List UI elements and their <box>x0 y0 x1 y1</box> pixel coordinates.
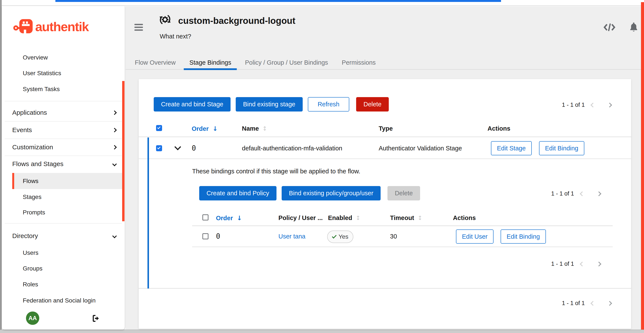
authentik-wordmark: authentik <box>35 19 89 34</box>
sidebar-item-federation[interactable]: Federation and Social login <box>23 293 125 308</box>
sidebar-item-overview[interactable]: Overview <box>23 50 125 66</box>
next-page-icon[interactable] <box>596 261 602 266</box>
selected-row-indicator <box>148 138 149 288</box>
notifications-bell-icon[interactable] <box>629 22 638 33</box>
stage-table-row: 0 default-authentication-mfa-validation … <box>139 138 631 159</box>
sidebar-item-roles[interactable]: Roles <box>23 276 125 292</box>
previous-page-icon[interactable] <box>590 103 596 107</box>
bindings-description: These bindings control if this stage wil… <box>192 168 360 175</box>
sidebar-item-directory[interactable]: Directory <box>12 228 125 244</box>
browser-progress-bar <box>56 0 501 2</box>
refresh-button[interactable]: Refresh <box>308 97 350 112</box>
sort-icon[interactable]: ↕ <box>418 215 422 221</box>
page-subtitle: What next? <box>160 33 191 40</box>
binding-toolbar: Create and bind Policy Bind existing pol… <box>199 186 420 200</box>
previous-page-icon[interactable] <box>590 301 596 306</box>
table-bottom-border <box>139 288 631 288</box>
window-right-edge <box>641 2 644 329</box>
collapse-row-icon[interactable] <box>174 144 181 150</box>
edit-stage-button[interactable]: Edit Stage <box>491 141 532 155</box>
tab-bar: Flow Overview Stage Bindings Policy / Gr… <box>126 56 641 70</box>
authentik-logo-icon <box>13 19 33 35</box>
previous-page-icon[interactable] <box>580 191 585 196</box>
sidebar-item-groups[interactable]: Groups <box>23 261 125 276</box>
create-and-bind-policy-button[interactable]: Create and bind Policy <box>199 186 276 200</box>
row-checkbox[interactable] <box>202 233 208 239</box>
previous-page-icon[interactable] <box>580 261 585 266</box>
column-header-order[interactable]: Order↓ <box>192 125 218 132</box>
select-all-checkbox[interactable] <box>156 125 162 131</box>
api-code-icon[interactable] <box>603 22 616 32</box>
next-page-icon[interactable] <box>607 301 612 306</box>
enabled-badge: Yes <box>327 230 353 243</box>
column-header-type: Type <box>379 125 393 132</box>
binding-table-row: 0 User tana Yes 30 Edit User Edit Bindin… <box>139 226 631 247</box>
stage-pagination: 1 - 1 of 1 <box>562 102 611 108</box>
sidebar-divider <box>5 223 122 224</box>
bind-existing-policy-button[interactable]: Bind existing policy/group/user <box>282 186 380 200</box>
bind-existing-stage-button[interactable]: Bind existing stage <box>236 97 302 112</box>
row-checkbox[interactable] <box>156 145 162 151</box>
sort-icon[interactable]: ↕ <box>262 125 267 132</box>
tab-permissions[interactable]: Permissions <box>336 56 381 70</box>
sidebar-item-flows-and-stages[interactable]: Flows and Stages <box>12 156 125 172</box>
window-top-strip <box>0 0 644 6</box>
column-header-order[interactable]: Order↓ <box>216 214 242 222</box>
policy-user-link[interactable]: User tana <box>278 233 306 240</box>
sidebar-item-system-tasks[interactable]: System Tasks <box>23 81 125 97</box>
chevron-down-icon <box>112 233 117 238</box>
stage-toolbar: Create and bind Stage Bind existing stag… <box>154 97 389 112</box>
pagination-label: 1 - 1 of 1 <box>562 102 585 108</box>
edit-binding-button[interactable]: Edit Binding <box>539 141 584 155</box>
hamburger-menu-icon[interactable] <box>134 24 143 31</box>
screen: authentik Overview User Statistics Syste… <box>0 0 644 333</box>
sort-icon[interactable]: ↕ <box>356 215 361 221</box>
column-header-actions: Actions <box>453 214 476 221</box>
stage-bindings-card: Create and bind Stage Bind existing stag… <box>139 79 631 329</box>
chevron-right-icon <box>112 110 117 115</box>
binding-delete-button[interactable]: Delete <box>388 186 420 200</box>
column-header-enabled[interactable]: Enabled↕ <box>328 214 360 221</box>
delete-button[interactable]: Delete <box>356 97 389 112</box>
sidebar-scrollbar[interactable] <box>122 81 124 221</box>
sidebar-item-stages[interactable]: Stages <box>23 189 125 205</box>
tab-policy-group-user-bindings[interactable]: Policy / Group / User Bindings <box>239 56 334 70</box>
sidebar-item-users[interactable]: Users <box>23 245 125 261</box>
sidebar-item-events[interactable]: Events <box>12 122 125 138</box>
sidebar-item-flows[interactable]: Flows <box>12 173 124 189</box>
sort-desc-icon[interactable]: ↓ <box>237 214 242 222</box>
logout-icon[interactable] <box>92 314 100 322</box>
column-header-actions: Actions <box>488 125 510 132</box>
chevron-right-icon <box>112 145 117 149</box>
sidebar-item-applications[interactable]: Applications <box>12 105 125 121</box>
sidebar-divider <box>5 101 122 101</box>
sidebar-item-prompts[interactable]: Prompts <box>23 204 125 220</box>
pagination-label: 1 - 1 of 1 <box>551 261 574 267</box>
chevron-right-icon <box>112 128 117 132</box>
create-and-bind-stage-button[interactable]: Create and bind Stage <box>154 97 230 112</box>
authentik-logo[interactable]: authentik <box>13 19 89 35</box>
active-indicator <box>12 173 14 189</box>
tab-flow-overview[interactable]: Flow Overview <box>129 56 181 70</box>
sidebar-item-customization[interactable]: Customization <box>12 139 125 155</box>
binding-pagination-bottom: 1 - 1 of 1 <box>551 261 601 267</box>
column-header-timeout[interactable]: Timeout↕ <box>390 214 422 221</box>
sidebar-item-user-statistics[interactable]: User Statistics <box>23 65 125 81</box>
check-icon <box>332 234 336 238</box>
edit-user-button[interactable]: Edit User <box>456 229 494 244</box>
tab-stage-bindings[interactable]: Stage Bindings <box>184 56 237 70</box>
sort-desc-icon[interactable]: ↓ <box>212 125 218 132</box>
sidebar-divider <box>5 121 122 122</box>
next-page-icon[interactable] <box>607 103 612 107</box>
column-header-policy-user[interactable]: Policy / User ... <box>278 214 323 221</box>
sidebar: authentik Overview User Statistics Syste… <box>2 6 125 329</box>
next-page-icon[interactable] <box>596 191 602 196</box>
edit-binding-button[interactable]: Edit Binding <box>500 229 546 244</box>
stage-table-header: Order↓ Name↕ Type Actions <box>139 120 631 137</box>
stage-name-value: default-authentication-mfa-validation <box>242 145 342 152</box>
window-bottom-strip <box>0 329 644 333</box>
binding-order-value: 0 <box>216 232 220 240</box>
avatar[interactable]: AA <box>26 311 39 325</box>
column-header-name[interactable]: Name↕ <box>242 125 267 132</box>
select-all-checkbox[interactable] <box>202 214 208 220</box>
